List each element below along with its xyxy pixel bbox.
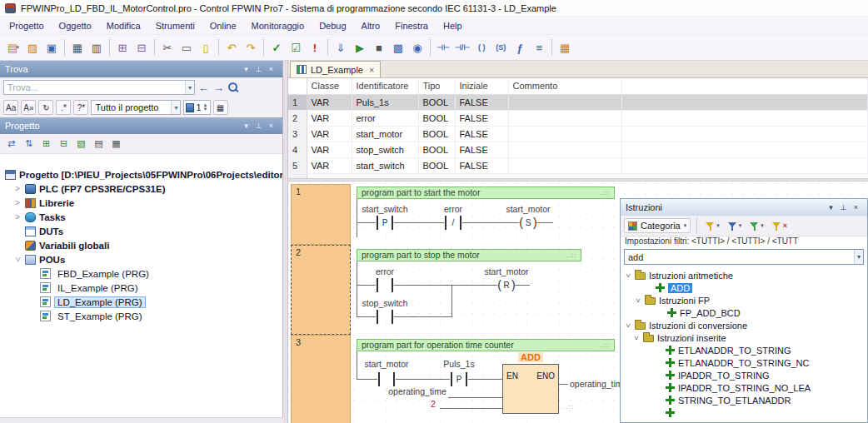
match-word-button[interactable]: A» [21, 100, 36, 115]
istruzioni-menu-caret-icon[interactable]: ▾ [825, 203, 837, 212]
contact-label[interactable]: stop_switch [362, 298, 408, 308]
contact-label[interactable]: error [444, 204, 462, 214]
tree-item-etlanaddr-to-string-nc[interactable]: ETLANADDR_TO_STRING_NC [621, 356, 867, 369]
status-display-button[interactable]: ◉ [408, 38, 427, 57]
input-constant[interactable]: 2 [431, 399, 436, 409]
run-button[interactable]: ▶ [351, 38, 369, 57]
add-function-block[interactable]: EN ENO [502, 364, 559, 414]
expand-tree-button[interactable]: ⊞ [38, 136, 54, 152]
network-2-comment[interactable]: program part to stop the motor ..:: [357, 249, 581, 261]
filter-group-button[interactable]: ▾ [747, 220, 766, 232]
wildcard-button[interactable]: ?* [73, 100, 88, 115]
function-block-button[interactable]: ƒ [511, 38, 529, 57]
table-row[interactable]: 3 VAR start_motor BOOL FALSE [288, 126, 868, 142]
contact-start-motor[interactable] [377, 372, 396, 386]
trova-menu-caret-icon[interactable]: ▾ [240, 65, 252, 73]
contact-label[interactable]: Puls_1s [443, 359, 474, 369]
check-pou-button[interactable]: ✓ [267, 38, 286, 57]
tab-close-icon[interactable]: × [367, 65, 374, 75]
tree-item-istruzioni-aritmetiche[interactable]: > Istruzioni aritmetiche [621, 269, 867, 281]
menu-monitoraggio[interactable]: Monitoraggio [244, 18, 312, 33]
menu-oggetto[interactable]: Oggetto [52, 18, 99, 33]
search-depth-stepper[interactable]: 1 ▲▼ [183, 100, 210, 115]
network-2-number-cell[interactable]: 2 [291, 245, 351, 335]
tree-item-il-example[interactable]: IL_Example (PRG) [0, 281, 282, 295]
check-project-button[interactable]: ☑ [287, 38, 305, 57]
set-coil-button[interactable]: (S) [491, 38, 510, 57]
progetto-menu-caret-icon[interactable]: ▾ [240, 122, 252, 130]
coil-button[interactable]: ( ) [472, 38, 491, 57]
set-coil-start-motor[interactable]: (S) [519, 216, 536, 230]
undo-button[interactable]: ↶ [222, 38, 241, 57]
tree-item-ipaddr-to-string-no-lea[interactable]: IPADDR_TO_STRING_NO_LEA [621, 381, 867, 394]
network-1-comment[interactable]: program part to start the motor ..:: [357, 187, 615, 199]
contact-stop-switch[interactable] [376, 310, 394, 324]
trova-close-icon[interactable]: × [265, 65, 277, 73]
left-scroll-strip[interactable] [0, 417, 287, 423]
find-next-button[interactable]: → [212, 82, 225, 94]
instruction-search-caret-icon[interactable]: ▾ [854, 250, 863, 264]
copy-button[interactable]: ▭ [177, 38, 196, 57]
tree-item-tasks[interactable]: > Tasks [0, 210, 282, 224]
table-row[interactable]: 2 VAR error BOOL FALSE [288, 110, 868, 126]
progetto-close-icon[interactable]: × [265, 122, 277, 130]
istruzioni-close-icon[interactable]: × [850, 203, 862, 212]
contact-no-button[interactable]: ⊣⊢ [434, 38, 452, 57]
find-previous-button[interactable]: ← [197, 82, 210, 94]
tree-item-add[interactable]: ADD [621, 281, 867, 294]
clear-filter-button[interactable]: × [770, 220, 790, 232]
tree-item-ipaddr-to-string[interactable]: IPADDR_TO_STRING [621, 369, 867, 381]
cut-button[interactable]: ✂ [158, 38, 177, 57]
categoria-button[interactable]: Categoria ▾ [624, 218, 691, 233]
match-case-button[interactable]: Aa [3, 100, 18, 115]
chevron-right-icon[interactable]: > [13, 212, 22, 221]
tree-item-fbd-example[interactable]: FBD_Example (PRG) [0, 266, 282, 281]
scope-dropdown-caret-icon[interactable]: ▾ [171, 101, 180, 114]
chevron-down-icon[interactable]: > [13, 256, 22, 264]
progetto-pin-icon[interactable]: ⊥ [252, 122, 265, 130]
network-1-number-cell[interactable]: 1 [291, 184, 351, 245]
filter-category-button[interactable]: ▾ [703, 220, 722, 232]
trova-pin-icon[interactable]: ⊥ [252, 65, 265, 73]
new-project-button[interactable]: ▤▾ [4, 38, 22, 57]
tree-item-plc[interactable]: > PLC (FP7 CPS3RE/CPS31E) [0, 182, 282, 196]
search-icon[interactable] [227, 82, 239, 93]
results-list-button[interactable]: ▦ [213, 100, 228, 115]
menu-progetto[interactable]: Progetto [2, 18, 52, 33]
menu-online[interactable]: Online [202, 18, 244, 33]
coil-label[interactable]: start_motor [506, 204, 550, 214]
regex-button[interactable]: .* [56, 100, 71, 115]
tree-item-istruzioni-inserite[interactable]: > Istruzioni inserite [621, 331, 867, 344]
monitor-button[interactable]: ▩ [389, 38, 407, 57]
new-pou-button[interactable]: ▧ [73, 136, 89, 152]
library-view-button[interactable]: ▤ [91, 136, 107, 152]
contact-error[interactable] [376, 278, 394, 292]
menu-modifica[interactable]: Modifica [99, 18, 148, 33]
paste-button[interactable]: ▯ [197, 38, 215, 57]
menu-altro[interactable]: Altro [354, 18, 388, 33]
redo-button[interactable]: ↷ [242, 38, 260, 57]
collapse-tree-button[interactable]: ⊟ [56, 136, 72, 152]
chevron-right-icon[interactable]: > [13, 198, 22, 207]
network-3-comment[interactable]: program part for operation time counter … [357, 339, 615, 351]
search-input[interactable]: Trova... ▾ [3, 80, 195, 95]
error-list-button[interactable]: ! [306, 38, 324, 57]
link-editor-button[interactable]: ⇄ [3, 136, 19, 152]
download-button[interactable]: ⇓ [332, 38, 350, 57]
tree-item-istruzioni-di-conversione[interactable]: > Istruzioni di conversione [621, 319, 867, 331]
depth-spin-arrows[interactable]: ▲▼ [203, 103, 208, 112]
network-3-number-cell[interactable]: 3 [291, 335, 351, 423]
filter-type-button[interactable]: ▾ [726, 220, 745, 232]
tree-item-duts[interactable]: DUTs [0, 224, 282, 238]
tree-item-ld-example[interactable]: LD_Example (PRG) [0, 295, 282, 309]
contact-error[interactable]: / [444, 216, 462, 230]
menu-finestra[interactable]: Finestra [387, 18, 436, 33]
search-scope-select[interactable]: Tutto il progetto ▾ [91, 100, 181, 115]
instruction-search-input[interactable]: add ▾ [624, 249, 864, 265]
tree-item-partial[interactable] [621, 406, 867, 419]
print-preview-button[interactable]: ▥ [87, 38, 106, 57]
table-row[interactable]: 4 VAR stop_switch BOOL FALSE [288, 142, 868, 157]
contact-nc-button[interactable]: ⊣/⊢ [453, 38, 471, 57]
tree-item-etlanaddr-to-string[interactable]: ETLANADDR_TO_STRING [621, 344, 867, 356]
print-button[interactable]: ▦ [68, 38, 87, 57]
